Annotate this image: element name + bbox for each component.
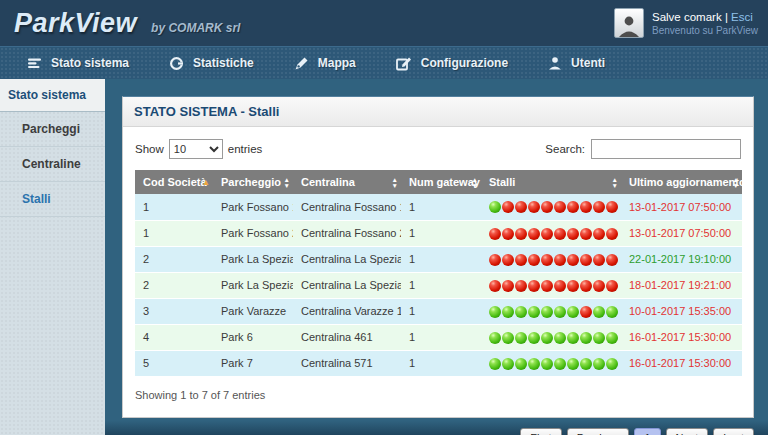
stall-dot-red [541, 201, 553, 213]
stall-dot-red [567, 201, 579, 213]
column-header-parcheggio[interactable]: Parcheggio▲▼ [213, 170, 293, 194]
stall-dot-green [528, 332, 540, 344]
stall-dot-green [502, 358, 514, 370]
stall-dot-red [515, 280, 527, 292]
cell-num-gateway: 1 [401, 350, 481, 376]
column-header-cod-societ[interactable]: Cod Società▲ [135, 170, 213, 194]
pagination: FirstPrevious1NextLast [122, 428, 754, 435]
page-button-1[interactable]: 1 [634, 428, 660, 435]
cell-centralina: Centralina 461 [293, 324, 401, 350]
page-button-next[interactable]: Next [666, 428, 709, 435]
page-button-previous[interactable]: Previous [567, 428, 630, 435]
stall-dot-red [593, 254, 605, 266]
table-row: 2Park La Spezia 2Centralina La Spezia 21… [135, 272, 742, 298]
cell-ultimo-aggiornamento: 13-01-2017 07:50:00 [621, 194, 742, 220]
sidebar-item-centraline[interactable]: Centraline [0, 147, 105, 182]
stall-dot-green [567, 306, 579, 318]
stall-dot-green [502, 332, 514, 344]
stall-dot-red [502, 228, 514, 240]
cell-ultimo-aggiornamento: 18-01-2017 19:21:00 [621, 272, 742, 298]
table-header-row: Cod Società▲Parcheggio▲▼Centralina▲▼Num … [135, 170, 742, 194]
search-input[interactable] [591, 139, 741, 159]
stall-dot-red [567, 254, 579, 266]
nav-item-mappa[interactable]: Mappa [277, 47, 373, 79]
stall-dot-green [489, 201, 501, 213]
nav-item-utenti[interactable]: Utenti [531, 47, 622, 79]
column-label: Parcheggio [221, 176, 281, 188]
sidebar-item-parcheggi[interactable]: Parcheggi [0, 112, 105, 147]
sidebar-item-stalli[interactable]: Stalli [0, 182, 105, 217]
page-size-select[interactable]: 10 [169, 139, 223, 159]
stalli-table: Cod Società▲Parcheggio▲▼Centralina▲▼Num … [135, 170, 742, 377]
stall-dot-red [554, 201, 566, 213]
top-header: ParkView by COMARK srl Salve comark | Es… [0, 0, 768, 46]
stall-dot-red [541, 254, 553, 266]
stall-dot-green [606, 306, 618, 318]
cell-parcheggio: Park Fossano 2 [213, 220, 293, 246]
nav-item-stato-sistema[interactable]: Stato sistema [10, 47, 146, 79]
pen-icon [294, 56, 309, 71]
column-header-centralina[interactable]: Centralina▲▼ [293, 170, 401, 194]
stall-dot-red [515, 201, 527, 213]
cell-ultimo-aggiornamento: 13-01-2017 07:50:00 [621, 220, 742, 246]
account-area: Salve comark | Esci Benvenuto su ParkVie… [614, 8, 758, 38]
stall-dot-red [502, 280, 514, 292]
table-row: 5Park 7Centralina 571116-01-2017 15:30:0… [135, 350, 742, 376]
cell-parcheggio: Park La Spezia 1 [213, 246, 293, 272]
sort-icon: ▲▼ [612, 177, 618, 188]
column-header-ultimo-aggiornamento[interactable]: Ultimo aggiornamento▲▼ [621, 170, 742, 194]
stall-dot-green [554, 332, 566, 344]
cell-centralina: Centralina La Spezia 2 [293, 272, 401, 298]
page-button-last[interactable]: Last [713, 428, 754, 435]
nav-item-configurazione[interactable]: Configurazione [379, 47, 525, 79]
user-icon [548, 56, 562, 70]
cell-parcheggio: Park La Spezia 2 [213, 272, 293, 298]
cell-cod-societa: 3 [135, 298, 213, 324]
table-body: 1Park Fossano 1Centralina Fossano 1113-0… [135, 194, 742, 376]
stall-dot-red [489, 280, 501, 292]
nav-item-statistiche[interactable]: Statistiche [152, 47, 271, 79]
table-summary: Showing 1 to 7 of 7 entries [135, 389, 741, 407]
column-label: Num gateway [409, 176, 480, 188]
sort-icon: ▲▼ [284, 177, 290, 188]
stall-dot-green [593, 306, 605, 318]
cell-stalli [481, 324, 621, 350]
stall-dot-red [528, 254, 540, 266]
stall-dot-red [489, 228, 501, 240]
cell-centralina: Centralina Varazze 1 [293, 298, 401, 324]
cell-parcheggio: Park Fossano 1 [213, 194, 293, 220]
stall-dot-green [554, 358, 566, 370]
cell-ultimo-aggiornamento: 16-01-2017 15:30:00 [621, 324, 742, 350]
cell-centralina: Centralina La Spezia 1 [293, 246, 401, 272]
stall-dot-green [580, 358, 592, 370]
sort-icon: ▲▼ [733, 177, 739, 188]
stall-dot-green [567, 332, 579, 344]
cell-ultimo-aggiornamento: 22-01-2017 19:10:00 [621, 246, 742, 272]
cell-stalli [481, 272, 621, 298]
cell-num-gateway: 1 [401, 194, 481, 220]
stall-dot-red [580, 254, 592, 266]
stall-dot-red [528, 201, 540, 213]
column-label: Centralina [301, 176, 355, 188]
cell-cod-societa: 4 [135, 324, 213, 350]
stall-dot-red [593, 201, 605, 213]
table-row: 3Park VarazzeCentralina Varazze 1110-01-… [135, 298, 742, 324]
sort-icon: ▲▼ [472, 177, 478, 188]
stall-dot-green [567, 358, 579, 370]
search-label: Search: [545, 143, 585, 155]
stall-dot-green [528, 358, 540, 370]
logout-link[interactable]: Esci [731, 11, 753, 23]
stall-dot-green [593, 332, 605, 344]
column-header-num-gateway[interactable]: Num gateway▲▼ [401, 170, 481, 194]
stall-dot-red [528, 228, 540, 240]
stall-dot-red [606, 228, 618, 240]
cell-cod-societa: 1 [135, 194, 213, 220]
column-header-stalli[interactable]: Stalli▲▼ [481, 170, 621, 194]
stall-dot-red [606, 254, 618, 266]
page-button-first[interactable]: First [520, 428, 561, 435]
edit-icon [396, 56, 412, 71]
stall-dot-red [554, 228, 566, 240]
stall-dot-red [593, 280, 605, 292]
stall-dot-red [515, 254, 527, 266]
stall-dot-green [515, 306, 527, 318]
